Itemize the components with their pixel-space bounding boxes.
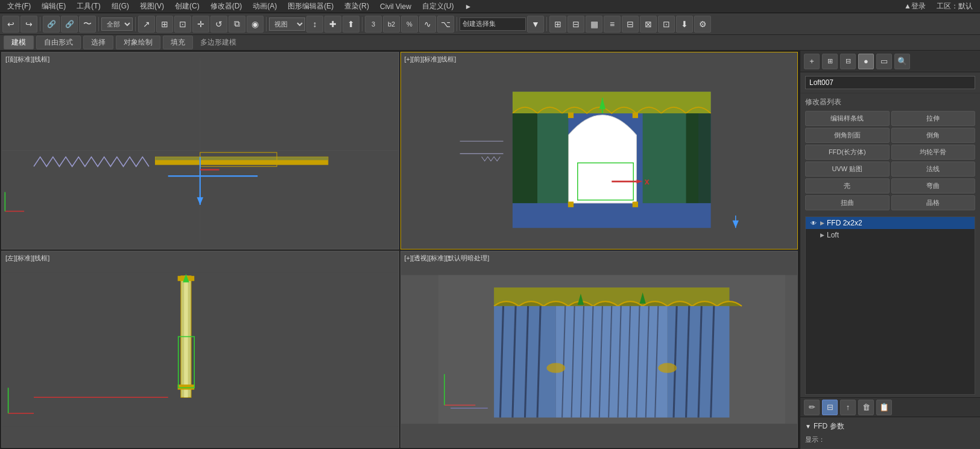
pivot-btn[interactable]: ◉ xyxy=(247,16,264,33)
menu-modifier[interactable]: 修改器(D) xyxy=(206,0,247,13)
mirror-btn[interactable]: ⊞ xyxy=(549,16,566,33)
rp-motion-icon[interactable]: ⊟ xyxy=(840,54,856,69)
svg-point-71 xyxy=(546,363,565,372)
ffd-title: ▼ FFD 参数 xyxy=(805,421,975,432)
mod-ffd-eye-icon[interactable]: 👁 xyxy=(809,219,818,227)
svg-rect-38 xyxy=(178,385,195,389)
svg-point-72 xyxy=(658,363,677,372)
viewport-top[interactable]: [顶][标准][线框] xyxy=(1,52,399,250)
modifier-section: 修改器列表 编辑样条线 拉伸 倒角剖面 倒角 FFD(长方体) 均轮平骨 UVW… xyxy=(800,93,980,214)
rp-search-icon[interactable]: 🔍 xyxy=(894,54,910,69)
unlink-btn[interactable]: 🔗 xyxy=(61,16,78,33)
filter-dropdown[interactable]: 全部 xyxy=(101,17,133,31)
menu-create[interactable]: 创建(C) xyxy=(170,0,204,13)
btn3[interactable]: 3 xyxy=(365,16,382,33)
viewport-perspective[interactable]: [+][透视][标准][默认明暗处理] xyxy=(400,251,798,448)
align2-btn[interactable]: ⊟ xyxy=(567,16,584,33)
modifier-stack: 👁 ▶ FFD 2x2x2 👁 ▶ Loft xyxy=(805,216,975,395)
menu-anim[interactable]: 动画(A) xyxy=(248,0,282,13)
viewport-front-canvas: x xyxy=(401,52,798,249)
rp-pencil-icon[interactable]: ✏ xyxy=(804,400,820,415)
mod-btn-bevel[interactable]: 倒角 xyxy=(891,128,976,143)
menu-edit[interactable]: 编辑(E) xyxy=(37,0,71,13)
sep1 xyxy=(40,17,40,31)
menu-more[interactable]: ► xyxy=(460,1,476,12)
undo-btn[interactable]: ↩ xyxy=(2,16,19,33)
mod-ffd-expand-icon[interactable]: ▶ xyxy=(820,220,824,226)
mod-btn-edit-spline[interactable]: 编辑样条线 xyxy=(805,111,890,126)
menu-login[interactable]: ▲登录 xyxy=(899,0,931,13)
menu-view[interactable]: 视图(V) xyxy=(135,0,169,13)
mod-btn-extrude[interactable]: 拉伸 xyxy=(891,111,976,126)
render-settings-btn[interactable]: ⚙ xyxy=(694,16,711,33)
object-name-input[interactable] xyxy=(805,76,975,89)
link-btn[interactable]: 🔗 xyxy=(43,16,60,33)
mod-btn-ffd-box[interactable]: FFD(长方体) xyxy=(805,145,890,160)
option-btn[interactable]: ⌥ xyxy=(437,16,454,33)
redo-btn[interactable]: ↪ xyxy=(21,16,37,33)
rp-hierarchy-icon[interactable]: ⊞ xyxy=(822,54,838,69)
mod-btn-turbosmooth[interactable]: 均轮平骨 xyxy=(891,145,976,160)
clone-btn[interactable]: ⊠ xyxy=(640,16,657,33)
svg-rect-18 xyxy=(512,113,537,203)
rp-utilities-icon[interactable]: ▭ xyxy=(876,54,892,69)
percent-btn[interactable]: % xyxy=(401,16,418,33)
scale-btn[interactable]: ⧉ xyxy=(229,16,245,33)
select-region-btn[interactable]: ⊞ xyxy=(156,16,173,33)
viewport-front[interactable]: [+][前][标准][线框] xyxy=(400,52,798,250)
view-dropdown[interactable]: 视图 xyxy=(269,17,305,31)
selection-set-input[interactable] xyxy=(460,17,526,31)
right-panel-top-icons: + ⊞ ⊟ ● ▭ 🔍 xyxy=(800,51,980,72)
arr-btn[interactable]: ⊡ xyxy=(658,16,675,33)
tab-modeling[interactable]: 建模 xyxy=(4,36,34,49)
mod-btn-normal[interactable]: 法线 xyxy=(891,162,976,177)
align-btn[interactable]: ⬆ xyxy=(343,16,359,33)
menu-file[interactable]: 文件(F) xyxy=(2,0,36,13)
rp-pin-icon[interactable]: ⊟ xyxy=(822,400,838,415)
menu-custom[interactable]: 自定义(U) xyxy=(417,0,459,13)
tab-fill[interactable]: 填充 xyxy=(163,36,193,49)
rp-add-icon[interactable]: + xyxy=(804,54,820,69)
rp-moveup-icon[interactable]: ↑ xyxy=(840,400,856,415)
rp-display-icon[interactable]: ● xyxy=(858,54,874,69)
ffd-collapse-icon[interactable]: ▼ xyxy=(805,423,811,430)
mod-loft-expand-icon[interactable]: ▶ xyxy=(820,232,824,238)
sel-set-dropdown[interactable]: ▼ xyxy=(527,16,544,33)
mod-btn-lattice[interactable]: 晶格 xyxy=(891,195,976,210)
lasso-btn[interactable]: ⊡ xyxy=(174,16,191,33)
rp-copy-icon[interactable]: 📋 xyxy=(876,400,892,415)
viewport-left-canvas xyxy=(2,251,399,448)
mod-btn-bevel-profile[interactable]: 倒角剖面 xyxy=(805,128,890,143)
mod-btn-shell[interactable]: 壳 xyxy=(805,178,890,193)
move-btn[interactable]: ✛ xyxy=(192,16,209,33)
spacing-btn[interactable]: ⊟ xyxy=(622,16,639,33)
bind-btn[interactable]: 〜 xyxy=(79,16,96,33)
mod-btn-uvw[interactable]: UVW 贴图 xyxy=(805,162,890,177)
menu-tools[interactable]: 工具(T) xyxy=(72,0,105,13)
snap-btn[interactable]: ↕ xyxy=(306,16,323,33)
down-btn[interactable]: ⬇ xyxy=(676,16,693,33)
rp-delete-icon[interactable]: 🗑 xyxy=(858,400,874,415)
btn-b2[interactable]: b2 xyxy=(383,16,400,33)
menu-workspace[interactable]: 工区：默认 xyxy=(932,0,978,13)
rotate-btn[interactable]: ↺ xyxy=(210,16,227,33)
snap-toggle[interactable]: ✚ xyxy=(324,16,341,33)
menu-graph-editor[interactable]: 图形编辑器(E) xyxy=(283,0,338,13)
viewport-top-canvas xyxy=(2,52,399,249)
viewport-left[interactable]: [左][标准][线框] xyxy=(1,251,399,448)
mod-stack-ffd[interactable]: 👁 ▶ FFD 2x2x2 xyxy=(806,217,975,229)
tab-paint[interactable]: 对象绘制 xyxy=(116,36,160,49)
menu-render[interactable]: 查染(R) xyxy=(340,0,374,13)
menu-civil[interactable]: Civil View xyxy=(375,1,416,12)
select-btn[interactable]: ↗ xyxy=(138,16,155,33)
tab-selection[interactable]: 选择 xyxy=(83,36,113,49)
tab-freeform[interactable]: 自由形式 xyxy=(36,36,81,49)
wave-btn[interactable]: ∿ xyxy=(419,16,436,33)
menu-group[interactable]: 组(G) xyxy=(107,0,134,13)
grid-btn[interactable]: ▦ xyxy=(586,16,602,33)
mod-stack-loft[interactable]: 👁 ▶ Loft xyxy=(806,229,975,241)
sub-toolbar: 建模 自由形式 选择 对象绘制 填充 多边形建模 xyxy=(0,35,980,51)
layer-btn[interactable]: ≡ xyxy=(604,16,621,33)
mod-btn-bend[interactable]: 弯曲 xyxy=(891,178,976,193)
mod-btn-twist[interactable]: 扭曲 xyxy=(805,195,890,210)
